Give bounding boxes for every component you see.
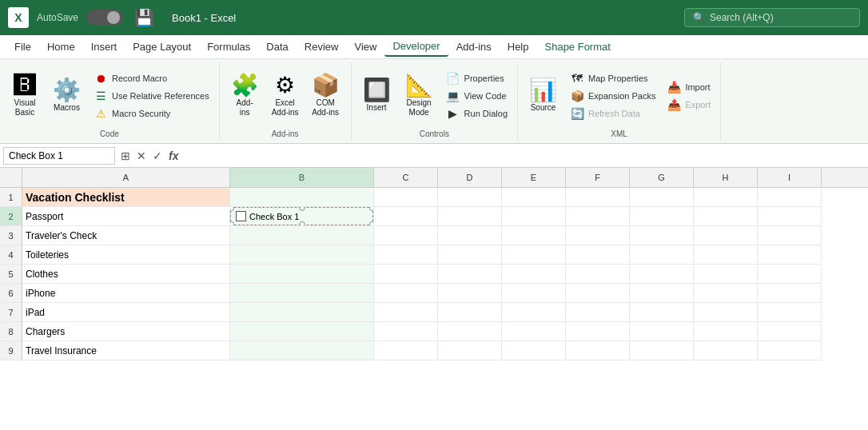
cell-i9[interactable] xyxy=(758,341,822,360)
row-header-9[interactable]: 9 xyxy=(0,341,22,360)
cell-e2[interactable] xyxy=(502,207,566,226)
cell-a2[interactable]: Passport xyxy=(22,207,230,226)
cell-f2[interactable] xyxy=(566,207,630,226)
properties-button[interactable]: 📄 Properties xyxy=(443,70,511,86)
cell-g9[interactable] xyxy=(630,341,694,360)
menu-review[interactable]: Review xyxy=(297,38,347,56)
cell-g3[interactable] xyxy=(630,226,694,245)
cell-e8[interactable] xyxy=(502,322,566,341)
cell-d5[interactable] xyxy=(438,265,502,284)
row-header-7[interactable]: 7 xyxy=(0,303,22,322)
cell-d4[interactable] xyxy=(438,245,502,265)
cell-i4[interactable] xyxy=(758,245,822,265)
cell-d3[interactable] xyxy=(438,226,502,245)
menu-insert[interactable]: Insert xyxy=(83,38,125,56)
cell-g2[interactable] xyxy=(630,207,694,226)
formula-input[interactable] xyxy=(184,149,865,163)
cell-g1[interactable] xyxy=(630,188,694,207)
cell-b4[interactable] xyxy=(230,245,374,265)
checkbox-widget[interactable] xyxy=(236,211,246,221)
cell-a6[interactable]: iPhone xyxy=(22,284,230,303)
cell-a1[interactable]: Vacation Checklist xyxy=(22,188,230,207)
cell-h1[interactable] xyxy=(694,188,758,207)
cell-b7[interactable] xyxy=(230,303,374,322)
checkbox-control[interactable]: Check Box 1 xyxy=(231,209,304,223)
row-header-1[interactable]: 1 xyxy=(0,188,22,207)
refresh-data-button[interactable]: 🔄 Refresh Data xyxy=(567,106,659,121)
cell-c1[interactable] xyxy=(374,188,438,207)
cell-c3[interactable] xyxy=(374,226,438,245)
cell-h8[interactable] xyxy=(694,322,758,341)
menu-add-ins[interactable]: Add-ins xyxy=(448,38,500,56)
cell-c7[interactable] xyxy=(374,303,438,322)
cell-c2[interactable] xyxy=(374,207,438,226)
menu-developer[interactable]: Developer xyxy=(384,37,448,57)
menu-help[interactable]: Help xyxy=(500,38,537,56)
com-add-ins-button[interactable]: 📦 COMAdd-ins xyxy=(307,71,344,121)
cell-d2[interactable] xyxy=(438,207,502,226)
col-header-g[interactable]: G xyxy=(630,168,694,187)
cell-f8[interactable] xyxy=(566,322,630,341)
insert-ctrl-button[interactable]: 🔲 Insert xyxy=(358,76,396,116)
cell-f6[interactable] xyxy=(566,284,630,303)
cell-a5[interactable]: Clothes xyxy=(22,265,230,284)
row-header-2[interactable]: 2 xyxy=(0,207,22,226)
cell-f1[interactable] xyxy=(566,188,630,207)
cell-b5[interactable] xyxy=(230,265,374,284)
row-header-8[interactable]: 8 xyxy=(0,322,22,341)
cell-f9[interactable] xyxy=(566,341,630,360)
excel-add-ins-button[interactable]: ⚙ ExcelAdd-ins xyxy=(267,71,304,121)
cell-e1[interactable] xyxy=(502,188,566,207)
cell-d8[interactable] xyxy=(438,322,502,341)
cell-c5[interactable] xyxy=(374,265,438,284)
run-dialog-button[interactable]: ▶ Run Dialog xyxy=(443,106,511,121)
cell-h3[interactable] xyxy=(694,226,758,245)
cancel-icon[interactable]: ✕ xyxy=(134,148,149,164)
cell-f5[interactable] xyxy=(566,265,630,284)
cell-b1[interactable] xyxy=(230,188,374,207)
cell-reference-box[interactable]: Check Box 1 xyxy=(3,147,115,165)
cell-c6[interactable] xyxy=(374,284,438,303)
cell-b6[interactable] xyxy=(230,284,374,303)
cell-i8[interactable] xyxy=(758,322,822,341)
cell-a9[interactable]: Travel Insurance xyxy=(22,341,230,360)
cell-g6[interactable] xyxy=(630,284,694,303)
confirm-icon[interactable]: ✓ xyxy=(150,148,165,164)
menu-formulas[interactable]: Formulas xyxy=(199,38,258,56)
col-header-b[interactable]: B xyxy=(230,168,374,187)
cell-g7[interactable] xyxy=(630,303,694,322)
cell-i3[interactable] xyxy=(758,226,822,245)
cell-a8[interactable]: Chargers xyxy=(22,322,230,341)
cell-d1[interactable] xyxy=(438,188,502,207)
cell-i1[interactable] xyxy=(758,188,822,207)
search-bar[interactable]: 🔍 Search (Alt+Q) xyxy=(684,8,860,27)
cell-f3[interactable] xyxy=(566,226,630,245)
macros-button[interactable]: ⚙️ Macros xyxy=(48,76,86,116)
export-button[interactable]: 📤 Export xyxy=(663,97,714,113)
design-mode-button[interactable]: 📐 DesignMode xyxy=(400,71,438,121)
menu-shape-format[interactable]: Shape Format xyxy=(537,38,619,56)
row-header-5[interactable]: 5 xyxy=(0,265,22,284)
macro-security-button[interactable]: ⚠ Macro Security xyxy=(90,106,213,121)
cell-e3[interactable] xyxy=(502,226,566,245)
cell-h4[interactable] xyxy=(694,245,758,265)
col-header-h[interactable]: H xyxy=(694,168,758,187)
cell-d9[interactable] xyxy=(438,341,502,360)
cell-b8[interactable] xyxy=(230,322,374,341)
cell-h6[interactable] xyxy=(694,284,758,303)
col-header-a[interactable]: A xyxy=(22,168,230,187)
col-header-f[interactable]: F xyxy=(566,168,630,187)
expand-icon[interactable]: ⊞ xyxy=(118,148,133,164)
map-properties-button[interactable]: 🗺 Map Properties xyxy=(567,70,659,86)
cell-h2[interactable] xyxy=(694,207,758,226)
cell-e4[interactable] xyxy=(502,245,566,265)
cell-i6[interactable] xyxy=(758,284,822,303)
cell-f7[interactable] xyxy=(566,303,630,322)
cell-i7[interactable] xyxy=(758,303,822,322)
cell-b3[interactable] xyxy=(230,226,374,245)
source-button[interactable]: 📊 Source xyxy=(524,76,562,116)
add-ins-button[interactable]: 🧩 Add-ins xyxy=(226,71,264,121)
use-relative-button[interactable]: ☰ Use Relative References xyxy=(90,88,213,104)
col-header-e[interactable]: E xyxy=(502,168,566,187)
cell-i5[interactable] xyxy=(758,265,822,284)
